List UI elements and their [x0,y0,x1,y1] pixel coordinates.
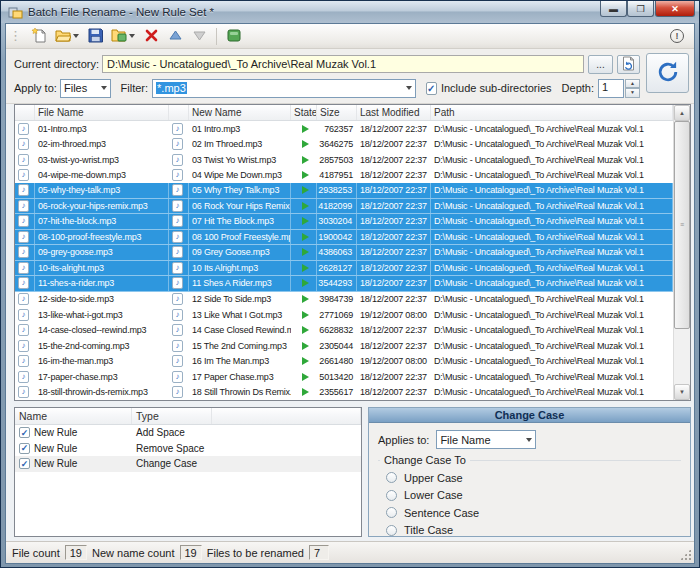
applies-to-select[interactable]: File Name [436,430,536,449]
radio-button[interactable] [386,507,397,518]
table-row[interactable]: ♪14-case-closed--rewind.mp3♪14 Case Clos… [15,323,673,339]
rule-row[interactable]: ✓New RuleRemove Space [15,441,361,457]
path-cell: D:\Music - Uncatalogued\_To Archive\Real… [431,261,673,276]
column-header-icon2[interactable] [169,105,189,120]
run-rename-button[interactable] [223,26,245,47]
maximize-button[interactable]: ❒ [627,1,654,17]
table-row[interactable]: ♪10-its-alright.mp3♪10 Its Alright.mp326… [15,261,673,277]
refresh-list-button[interactable] [646,53,689,93]
move-rule-up-button[interactable] [164,26,186,47]
table-row[interactable]: ♪06-rock-your-hips-remix.mp3♪06 Rock You… [15,199,673,215]
table-row[interactable]: ♪09-grey-goose.mp3♪09 Grey Goose.mp34386… [15,245,673,261]
column-header-rule-type[interactable]: Type [132,408,212,424]
save-rule-set-button[interactable] [84,26,106,47]
case-option-title-case[interactable]: Title Case [386,522,681,540]
case-option-lower-case[interactable]: Lower Case [386,487,681,505]
directory-tool-button[interactable] [617,55,640,74]
radio-button[interactable] [386,472,397,483]
open-rule-set-button[interactable] [52,26,82,47]
delete-rule-button[interactable] [140,26,162,47]
case-option-sentence-case[interactable]: Sentence Case [386,504,681,522]
column-header-state[interactable]: State [291,105,317,120]
rule-name-label: New Rule [34,443,77,454]
table-row[interactable]: ♪03-twist-yo-wrist.mp3♪03 Twist Yo Wrist… [15,152,673,168]
path-cell: D:\Music - Uncatalogued\_To Archive\Real… [431,214,673,229]
table-row[interactable]: ♪08-100-proof-freestyle.mp3♪08 100 Proof… [15,230,673,246]
file-name-cell: 15-the-2nd-coming.mp3 [35,338,169,354]
close-button[interactable]: ✕ [655,1,695,17]
rule-row[interactable]: ✓New RuleAdd Space [15,425,361,441]
mp3-file-icon: ♪ [18,231,29,243]
state-cell [291,183,317,198]
spinner-down-icon[interactable]: ▼ [625,88,640,98]
scrollbar-track[interactable]: ≡ [674,121,690,384]
scrollbar-thumb[interactable]: ≡ [674,121,690,329]
rule-row[interactable]: ✓New RuleChange Case [15,456,361,472]
filter-combobox[interactable]: *.mp3 [152,79,415,98]
table-row[interactable]: ♪04-wipe-me-down.mp3♪04 Wipe Me Down.mp3… [15,168,673,184]
vertical-scrollbar[interactable]: ▲ ≡ ▼ [673,105,690,400]
table-row[interactable]: ♪15-the-2nd-coming.mp3♪15 The 2nd Coming… [15,338,673,354]
column-header-path[interactable]: Path [431,105,673,120]
resize-grip[interactable] [679,548,692,561]
file-name-cell: 14-case-closed--rewind.mp3 [35,323,169,339]
scroll-down-icon[interactable]: ▼ [674,384,690,400]
table-row[interactable]: ♪12-side-to-side.mp3♪12 Side To Side.mp3… [15,292,673,308]
file-name-cell: 05-why-they-talk.mp3 [35,183,169,198]
applies-to-value: File Name [440,434,524,446]
column-header-last-modified[interactable]: Last Modified [357,105,431,120]
size-cell: 762357 [317,121,357,137]
column-header-rule-empty [212,408,361,424]
modified-cell: 18/12/2007 22:37 [357,323,431,339]
browse-button[interactable]: ... [588,55,613,74]
modified-cell: 18/12/2007 22:37 [357,261,431,276]
table-row[interactable]: ♪01-Intro.mp3♪01 Intro.mp376235718/12/20… [15,121,673,137]
rule-type-cell: Change Case [132,456,212,472]
depth-value[interactable]: 1 [598,79,624,98]
open-folder-set-button[interactable] [108,26,138,47]
move-rule-down-button[interactable] [188,26,210,47]
modified-cell: 18/12/2007 22:37 [357,168,431,184]
about-button[interactable]: ! [666,26,688,47]
column-header-icon[interactable] [15,105,35,120]
rule-checkbox[interactable]: ✓ [19,443,30,454]
apply-to-select[interactable]: Files [60,79,111,98]
depth-spinner[interactable]: 1 ▲ ▼ [598,79,640,98]
current-directory-input[interactable]: D:\Music - Uncatalogued\_To Archive\Real… [102,55,584,73]
table-row[interactable]: ♪16-im-the-man.mp3♪16 Im The Man.mp32661… [15,354,673,370]
table-row[interactable]: ♪13-like-what-i-got.mp3♪13 Like What I G… [15,307,673,323]
app-icon [8,5,23,20]
table-row[interactable]: ♪17-paper-chase.mp3♪17 Paper Chase.mp350… [15,369,673,385]
column-header-new-name[interactable]: New Name [189,105,291,120]
column-header-file-name[interactable]: File Name [35,105,169,120]
title-bar[interactable]: Batch File Rename - New Rule Set * ▬ ❒ ✕ [1,1,699,23]
column-header-size[interactable]: Size [317,105,357,120]
minimize-button[interactable]: ▬ [600,1,627,17]
state-cell [291,137,317,153]
radio-button[interactable] [386,525,397,536]
state-ok-icon [302,373,309,381]
table-row[interactable]: ♪07-hit-the-block.mp3♪07 Hit The Block.m… [15,214,673,230]
scroll-up-icon[interactable]: ▲ [674,105,690,121]
table-row[interactable]: ♪02-im-throed.mp3♪02 Im Throed.mp3364627… [15,137,673,153]
new-icon-cell: ♪ [169,261,189,276]
new-icon-cell: ♪ [169,214,189,229]
path-cell: D:\Music - Uncatalogued\_To Archive\Real… [431,199,673,214]
group-label: Change Case To [380,454,470,466]
column-header-rule-name[interactable]: Name [15,408,132,424]
mp3-file-icon: ♪ [18,340,29,352]
rule-checkbox[interactable]: ✓ [19,458,30,469]
mp3-file-icon: ♪ [18,386,29,398]
rule-checkbox[interactable]: ✓ [19,427,30,438]
table-row[interactable]: ♪11-shes-a-rider.mp3♪11 Shes A Rider.mp3… [15,276,673,292]
table-row[interactable]: ♪05-why-they-talk.mp3♪05 Why They Talk.m… [15,183,673,199]
rules-list-header: Name Type [15,408,361,425]
radio-button[interactable] [386,490,397,501]
table-row[interactable]: ♪18-still-throwin-ds-remix.mp3♪18 Still … [15,385,673,401]
spinner-up-icon[interactable]: ▲ [625,79,640,89]
new-name-cell: 14 Case Closed Rewind.mp3 [189,323,291,339]
new-rule-set-button[interactable] [28,26,50,47]
current-directory-label: Current directory: [14,58,102,70]
case-option-upper-case[interactable]: Upper Case [386,469,681,487]
include-subdirectories-checkbox[interactable]: ✓ [426,82,437,95]
